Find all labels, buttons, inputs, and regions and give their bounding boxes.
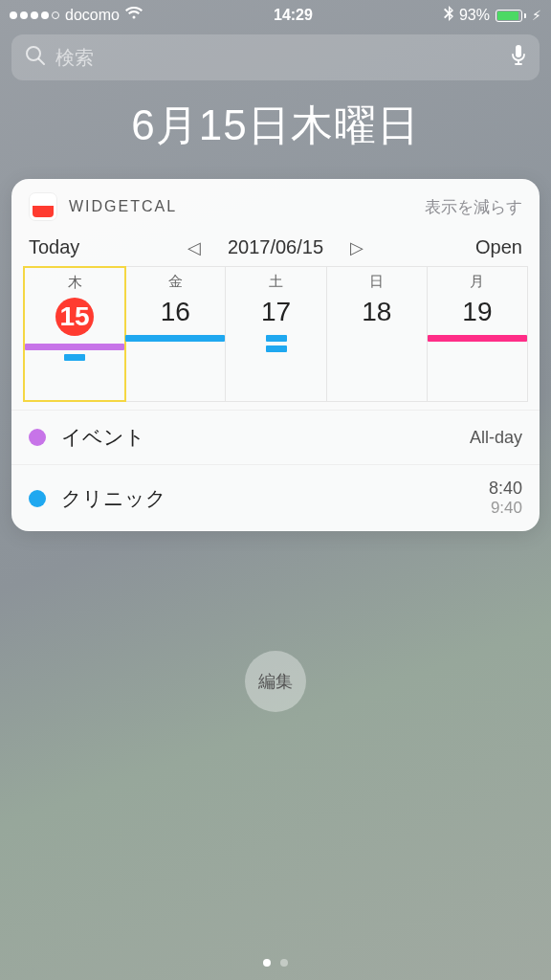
bluetooth-icon (444, 6, 453, 25)
show-less-button[interactable]: 表示を減らす (425, 196, 522, 218)
edit-button[interactable]: 編集 (245, 651, 306, 712)
day-strip: 木 15 金 16 土 17 日 18 月 19 (23, 266, 528, 402)
battery-pct: 93% (459, 7, 490, 24)
current-date: 2017/06/15 (228, 236, 323, 258)
day-cell[interactable]: 土 17 (226, 267, 326, 401)
event-color-dot (29, 429, 46, 446)
event-row[interactable]: イベント All-day (11, 410, 540, 464)
search-input[interactable] (55, 47, 501, 69)
date-heading: 6月15日木曜日 (0, 98, 551, 154)
signal-dots-icon (10, 11, 59, 19)
event-color-dot (29, 490, 46, 507)
day-cell[interactable]: 木 15 (23, 266, 126, 402)
svg-rect-2 (516, 45, 521, 57)
widgetcal-app-icon (29, 192, 57, 221)
next-button[interactable]: ▷ (350, 237, 364, 258)
mic-icon[interactable] (511, 44, 526, 71)
search-icon (25, 45, 46, 70)
event-title: クリニック (61, 485, 489, 512)
widgetcal-widget: WIDGETCAL 表示を減らす Today ◁ 2017/06/15 ▷ Op… (11, 179, 540, 531)
svg-line-1 (39, 59, 45, 65)
event-row[interactable]: クリニック 8:40 9:40 (11, 464, 540, 531)
day-cell[interactable]: 金 16 (125, 267, 226, 401)
battery-icon (496, 10, 526, 22)
wifi-icon (125, 7, 143, 24)
open-button[interactable]: Open (453, 236, 522, 258)
widget-title: WIDGETCAL (69, 198, 425, 215)
clock: 14:29 (274, 7, 313, 24)
day-cell[interactable]: 日 18 (327, 267, 428, 401)
status-bar: docomo 14:29 93% ⚡︎ (0, 0, 551, 27)
day-cell[interactable]: 月 19 (428, 267, 527, 401)
today-button[interactable]: Today (29, 236, 98, 258)
prev-button[interactable]: ◁ (187, 237, 201, 258)
event-title: イベント (61, 424, 470, 451)
event-time: 8:40 9:40 (489, 479, 522, 518)
charging-icon: ⚡︎ (532, 8, 541, 23)
carrier-label: docomo (65, 7, 120, 24)
event-time: All-day (470, 428, 522, 448)
search-bar[interactable] (11, 34, 540, 80)
page-indicator (263, 959, 288, 967)
